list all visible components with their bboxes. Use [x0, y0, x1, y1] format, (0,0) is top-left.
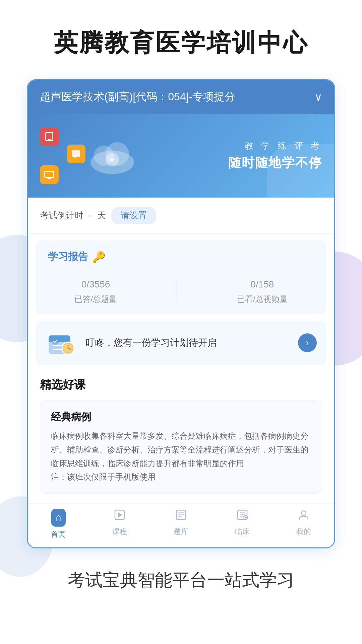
nav-item-clinical[interactable]: 临床	[222, 509, 262, 539]
header-bar[interactable]: 超声医学技术(副高)[代码：054]-专项提分 ∨	[28, 80, 334, 114]
answered-slash: /	[86, 279, 89, 289]
nav-item-course[interactable]: 课程	[100, 509, 140, 539]
main-title: 英腾教育医学培训中心	[0, 0, 362, 79]
nav-label-home: 首页	[51, 529, 66, 539]
section-header: 学习报告 🔑	[48, 250, 314, 264]
svg-point-34	[301, 511, 306, 516]
study-report-section: 学习报告 🔑 0/3556 已答/总题量 0/158 已看/总视频量	[36, 240, 326, 314]
nav-home-bg: ⌂	[51, 509, 66, 527]
nav-label-clinical: 临床	[235, 527, 250, 537]
answered-total: 3556	[89, 279, 110, 289]
featured-title: 精选好课	[40, 377, 322, 392]
watched-count: 0	[250, 279, 256, 289]
nav-item-home[interactable]: ⌂ 首页	[38, 509, 78, 539]
course-name: 经典病例	[51, 410, 311, 424]
nav-label-mine: 我的	[296, 527, 311, 537]
featured-section: 精选好课 经典病例 临床病例收集各科室大量常多发、综合疑难临床病症，包括各病例病…	[28, 370, 334, 503]
nav-item-mine[interactable]: 我的	[284, 509, 324, 539]
study-report-title: 学习报告	[48, 250, 88, 264]
nav-label-course: 课程	[112, 527, 127, 537]
svg-rect-13	[49, 339, 70, 342]
cloud-area	[85, 136, 139, 176]
watched-label: 已看/总视频量	[237, 294, 288, 305]
answered-stat: 0/3556 已答/总题量	[74, 273, 117, 305]
home-icon: ⌂	[55, 512, 62, 524]
course-desc: 临床病例收集各科室大量常多发、综合疑难临床病症，包括各病例病史分析、辅助检查、诊…	[51, 429, 311, 484]
mine-icon	[298, 509, 310, 524]
questions-icon	[175, 509, 187, 524]
dropdown-icon: ∨	[314, 91, 322, 103]
banner-subtitle: 教 学 练 评 考	[139, 140, 322, 152]
content-area: 考试倒计时 - 天 请设置 学习报告 🔑 0/3556 已答/总题量	[28, 198, 334, 547]
monitor-icon	[40, 165, 59, 184]
svg-marker-3	[74, 157, 76, 158]
chat-icon	[67, 145, 85, 163]
banner-icons	[40, 127, 85, 184]
answered-count: 0	[81, 279, 87, 289]
countdown-set-button[interactable]: 请设置	[111, 207, 156, 224]
answered-label: 已答/总题量	[74, 294, 117, 305]
nav-label-questions: 题库	[174, 527, 188, 537]
banner: 教 学 练 评 考 随时随地学不停	[28, 114, 334, 198]
stats-row: 0/3556 已答/总题量 0/158 已看/总视频量	[48, 273, 314, 305]
plan-illustration	[45, 329, 79, 357]
countdown-row: 考试倒计时 - 天 请设置	[28, 198, 334, 234]
bottom-tagline: 考试宝典智能平台一站式学习	[0, 548, 362, 619]
plan-text: 叮咚，您有一份学习计划待开启	[85, 336, 291, 349]
watched-slash: /	[256, 279, 258, 289]
countdown-label: 考试倒计时	[40, 210, 83, 221]
watched-total: 158	[258, 279, 274, 289]
bottom-nav: ⌂ 首页 课程	[28, 503, 334, 547]
key-icon: 🔑	[92, 251, 106, 263]
banner-text-area: 教 学 练 评 考 随时随地学不停	[139, 140, 322, 171]
svg-marker-22	[118, 513, 122, 517]
countdown-unit: 天	[97, 210, 106, 221]
svg-rect-2	[72, 150, 80, 157]
plan-arrow-button[interactable]: ›	[298, 333, 317, 352]
phone-card: 超声医学技术(副高)[代码：054]-专项提分 ∨	[27, 79, 335, 548]
answered-number: 0/3556	[74, 273, 117, 291]
stat-divider	[177, 277, 177, 301]
svg-rect-4	[45, 171, 54, 177]
banner-title: 随时随地学不停	[139, 154, 322, 171]
nav-item-questions[interactable]: 题库	[161, 509, 201, 539]
tablet-icon	[40, 127, 59, 146]
course-icon	[114, 509, 126, 524]
course-card[interactable]: 经典病例 临床病例收集各科室大量常多发、综合疑难临床病症，包括各病例病史分析、辅…	[40, 400, 322, 494]
study-plan-card[interactable]: 叮咚，您有一份学习计划待开启 ›	[36, 321, 326, 365]
course-selector-text: 超声医学技术(副高)[代码：054]-专项提分	[40, 90, 309, 104]
watched-number: 0/158	[237, 273, 288, 291]
watched-stat: 0/158 已看/总视频量	[237, 273, 288, 305]
countdown-dash: -	[89, 210, 92, 221]
clinical-icon	[236, 509, 248, 524]
